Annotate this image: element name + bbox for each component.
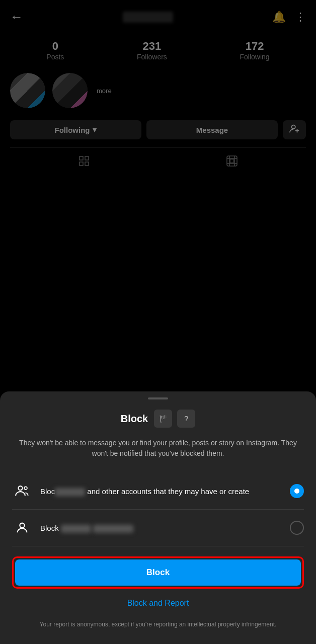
radio-option2[interactable] xyxy=(290,521,304,535)
bottom-sheet: Block 🏴 ? They won't be able to message … xyxy=(0,391,316,644)
report-note: Your report is anonymous, except if you'… xyxy=(12,620,304,629)
blurred-username-1 xyxy=(55,488,85,496)
blurred-username-3 xyxy=(93,525,133,533)
multi-person-icon xyxy=(12,481,32,501)
svg-point-13 xyxy=(18,486,22,490)
sheet-header: Block 🏴 ? xyxy=(12,410,304,428)
radio-inner-1 xyxy=(294,489,299,494)
sheet-header-icons: 🏴 ? xyxy=(154,410,195,428)
option2-prefix: Block xyxy=(40,524,59,532)
option2-text: Block xyxy=(40,523,282,533)
block-option-2[interactable]: Block xyxy=(12,510,304,546)
block-option-1[interactable]: Bloc and other accounts that they may ha… xyxy=(12,473,304,510)
sheet-title: Block xyxy=(121,413,148,425)
block-button-wrapper: Block xyxy=(12,556,304,589)
sheet-handle xyxy=(148,397,168,399)
block-and-report-button[interactable]: Block and Report xyxy=(12,594,304,613)
svg-point-15 xyxy=(20,523,24,528)
option1-suffix: and other accounts that they may have or… xyxy=(87,487,249,496)
flag-icon-box: 🏴 xyxy=(154,410,172,428)
sheet-description: They won't be able to message you or fin… xyxy=(12,438,304,459)
question-icon: ? xyxy=(184,415,188,423)
radio-option1[interactable] xyxy=(290,484,304,498)
blurred-username-2 xyxy=(61,525,91,533)
question-icon-box[interactable]: ? xyxy=(177,410,195,428)
person-icon xyxy=(12,518,32,538)
flag-icon: 🏴 xyxy=(159,415,168,423)
svg-point-14 xyxy=(24,487,27,490)
block-button[interactable]: Block xyxy=(15,559,301,586)
option1-text: Bloc and other accounts that they may ha… xyxy=(40,486,282,497)
